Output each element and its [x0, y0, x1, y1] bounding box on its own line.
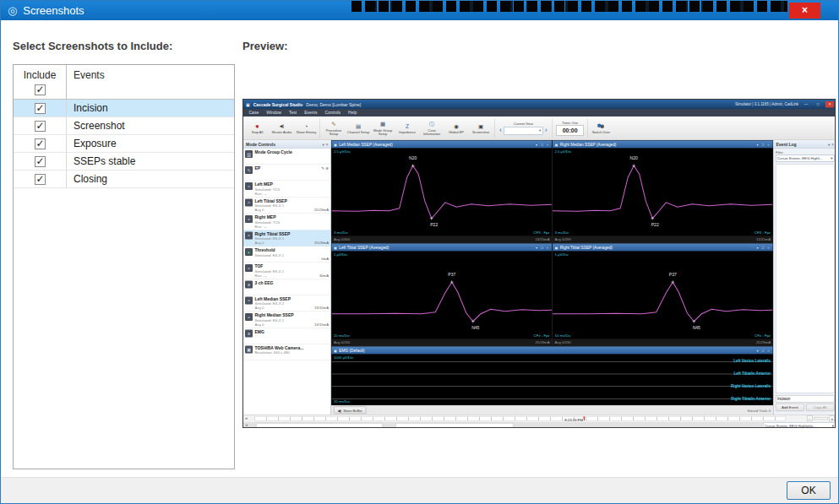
cursor-events-dropdown[interactable]: Cursor Events: EEG Highlighti... ▾ — [763, 423, 836, 429]
event-log-list[interactable] — [776, 165, 835, 394]
timeline-bar[interactable]: « 8:23:13 PM ▼ − + — [243, 415, 836, 422]
switch-user-button[interactable]: Switch User — [590, 117, 613, 140]
waveform-panel-titlebar[interactable]: ▣ Left Median SSEP (Averaged) ▾ □ × — [332, 141, 553, 149]
scrollbar-thumb[interactable] — [256, 423, 383, 428]
menu-case[interactable]: Case — [245, 109, 263, 117]
store-buffer-button[interactable]: ◀) Store Buffer — [334, 407, 366, 415]
panel-icon: ▣ — [334, 246, 337, 250]
timeline-zoom-controls: − + — [807, 416, 835, 422]
scroll-left-icon[interactable]: « — [246, 423, 248, 428]
table-header: Include Events — [14, 65, 234, 100]
close-button[interactable]: × — [789, 3, 820, 19]
master-audio-button[interactable]: ◀)Master Audio — [270, 117, 294, 140]
svg-text:N45: N45 — [471, 325, 479, 330]
time-scale: 3 ms/Div — [334, 230, 348, 235]
timeline-cursor-flag-icon: ▼ — [582, 416, 586, 420]
mode-name: 3 ch EEG — [255, 280, 274, 285]
screenshot-button[interactable]: ▣Screenshot — [469, 117, 493, 140]
menu-window[interactable]: Window — [263, 109, 286, 117]
global-ep-button[interactable]: ◉Global EP — [444, 117, 469, 140]
table-row[interactable]: Exposure — [14, 135, 234, 153]
mode-item[interactable]: ≡ 3 ch EEG — [243, 279, 331, 295]
ok-button[interactable]: OK — [787, 481, 831, 500]
toolbar-button-label: Case Information — [420, 128, 444, 136]
table-row[interactable]: Incision — [14, 100, 234, 117]
mode-group-setup-button[interactable]: ▦Mode Group Setup — [371, 117, 395, 140]
montage-label: CPz - Fpz — [534, 333, 550, 338]
current-view-label: Current View — [514, 122, 533, 126]
next-view-button[interactable]: › — [544, 127, 548, 134]
menu-events[interactable]: Events — [301, 109, 321, 117]
waveform-panel-titlebar[interactable]: ▣ Right Tibial SSEP (Averaged) ▾ □ × — [553, 244, 773, 252]
filter-dropdown[interactable]: Cursor Events: EEG Highli... ▾ — [776, 155, 835, 162]
app-close-icon[interactable]: × — [825, 101, 834, 108]
select-all-checkbox[interactable] — [35, 84, 46, 95]
row-checkbox[interactable] — [35, 103, 46, 114]
bottom-scrollbar[interactable]: « Cursor Events: EEG Highlighti... ▾ — [243, 422, 836, 428]
waveform-panel-titlebar[interactable]: ▣ Left Tibial SSEP (Averaged) ▾ □ × — [332, 244, 553, 252]
impedance-button[interactable]: ZImpedance — [395, 117, 420, 140]
current-view-dropdown[interactable]: ▾ — [504, 127, 542, 135]
emg-titlebar[interactable]: ▣ EMG (Default) ▾ □ × — [332, 347, 773, 355]
show-history-button[interactable]: ◔Show History — [294, 117, 319, 140]
mode-item[interactable]: ≡ EMG — [243, 328, 331, 344]
waveform-panel: ▣ Right Tibial SSEP (Averaged) ▾ □ × P37… — [553, 243, 774, 346]
preview-app-window: ▣ Cascade Surgical Studio Demo, Demo [Lu… — [243, 100, 836, 428]
mode-item[interactable]: ▣ TOSHIBA Web Camera... Resolution: 640 … — [243, 344, 331, 360]
mode-item[interactable]: ≈ Left MEP Simulated: TCS Run: — — [243, 181, 331, 198]
row-checkbox[interactable] — [35, 156, 46, 167]
waveform-panel-titlebar[interactable]: ▣ Right Median SSEP (Averaged) ▾ □ × — [553, 141, 773, 149]
app-title: Cascade Surgical Studio — [253, 102, 303, 107]
channel-setup-icon: ▤ — [356, 122, 361, 130]
toolbar-button-label: Procedure Setup — [322, 128, 346, 136]
mode-item[interactable]: ≈ Right MEP Simulated: TCS Run: — — [243, 214, 331, 230]
mode-item-icons[interactable]: ✎ ⊕ — [321, 166, 329, 171]
mode-item[interactable]: ≈ Right Median SSEP Simulated: ES-X 2 Av… — [243, 312, 331, 328]
mode-item[interactable]: ≈ Right Tibial SSEP Simulated: ES-X 1 Av… — [243, 230, 331, 247]
stop-all-button[interactable]: ●Stop All — [245, 117, 270, 140]
row-checkbox[interactable] — [35, 138, 46, 149]
mode-item[interactable]: ≈ Left Tibial SSEP Simulated: ES-X 1 Avg… — [243, 198, 331, 214]
scrollbar-thumb[interactable] — [395, 423, 514, 428]
timeline-rewind-icon[interactable]: « — [245, 415, 248, 420]
panel-window-buttons[interactable]: ▾ □ × — [757, 143, 771, 147]
app-subtitle: Demo, Demo [Lumbar Spine] — [306, 102, 361, 107]
menu-test[interactable]: Test — [285, 109, 300, 117]
previous-view-button[interactable]: ‹ — [498, 127, 503, 134]
add-event-button[interactable]: Add Event — [776, 404, 804, 411]
panel-close-icon[interactable]: × — [830, 142, 834, 146]
channel-setup-button[interactable]: ▤Channel Setup — [346, 117, 371, 140]
show-history-icon: ◔ — [305, 122, 308, 130]
procedure-setup-button[interactable]: ✎Procedure Setup — [322, 117, 346, 140]
procedure-setup-icon: ✎ — [331, 121, 335, 128]
timeline-track[interactable]: 8:23:13 PM ▼ — [254, 416, 786, 421]
table-row[interactable]: SSEPs stable — [14, 153, 234, 171]
zoom-slider[interactable] — [814, 418, 828, 420]
panel-window-buttons[interactable]: ▾ □ × — [757, 246, 771, 250]
zoom-in-button[interactable]: + — [830, 416, 836, 422]
table-row[interactable]: Closing — [14, 171, 234, 188]
row-checkbox[interactable] — [35, 174, 46, 185]
emg-title: EMG (Default) — [339, 348, 364, 353]
event-entry-input[interactable] — [776, 395, 835, 403]
row-checkbox[interactable] — [35, 121, 46, 132]
panel-window-buttons[interactable]: ▾ □ × — [536, 246, 549, 250]
mode-item[interactable]: ≈ Left Median SSEP Simulated: ES-X 2 Avg… — [243, 295, 331, 312]
zoom-out-button[interactable]: − — [807, 416, 813, 422]
emg-window-buttons[interactable]: ▾ □ × — [757, 349, 771, 353]
waveform-body: N20P22 2.5 μV/Div 3 ms/Div CP3 - Fpz — [332, 149, 553, 236]
mode-item[interactable]: ▥ Mode Group Cycle — [243, 149, 331, 165]
app-minimize-icon[interactable]: — — [802, 101, 810, 108]
copy-all-button[interactable]: Copy All — [806, 404, 835, 411]
menu-controls[interactable]: Controls — [321, 109, 345, 117]
panel-close-icon[interactable]: × — [324, 142, 329, 146]
panel-window-buttons[interactable]: ▾ □ × — [536, 143, 549, 147]
mode-item[interactable]: ≈ TOF Simulated: ES-X 1 Run: — 30mA — [243, 263, 331, 279]
app-maximize-icon[interactable]: □ — [814, 101, 822, 108]
mode-item[interactable]: ● Threshold Simulated: ES-X 1 0mA — [243, 247, 331, 263]
event-log-header: Event Log ▾ × — [774, 140, 836, 149]
table-row[interactable]: Screenshot — [14, 117, 234, 135]
menu-help[interactable]: Help — [345, 109, 361, 117]
mode-item[interactable]: ✎ EP ✎ ⊕ — [243, 165, 331, 181]
case-information-button[interactable]: ⓘCase Information — [420, 117, 444, 140]
